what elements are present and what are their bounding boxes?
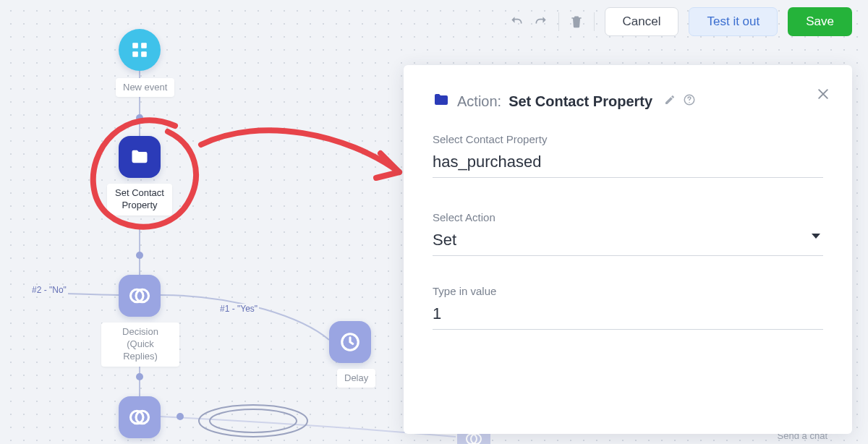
edge-label-no: #2 - "No": [30, 285, 68, 295]
decision-node[interactable]: [119, 275, 161, 317]
arrow-illustration: [195, 101, 420, 202]
action-properties-panel: Action: Set Contact Property Select Cont…: [404, 65, 852, 434]
toolbar-divider: [558, 12, 559, 31]
decision-node-2[interactable]: [119, 396, 161, 438]
trash-icon[interactable]: [569, 14, 584, 30]
chevron-down-icon: [812, 234, 820, 239]
connector-dot: [136, 114, 143, 121]
panel-title-prefix: Action:: [457, 93, 501, 110]
test-it-out-button[interactable]: Test it out: [689, 7, 778, 36]
set-contact-label: Set Contact Property: [107, 184, 172, 215]
folder-icon: [129, 147, 150, 167]
svg-rect-5: [132, 51, 138, 57]
decision-icon: [129, 406, 150, 428]
set-contact-node[interactable]: [119, 136, 161, 178]
decision-icon: [129, 285, 150, 307]
panel-header: Action: Set Contact Property: [433, 91, 823, 111]
contact-property-input[interactable]: [433, 145, 823, 178]
connector-dot: [136, 252, 143, 259]
connector-dot: [136, 373, 143, 380]
value-input[interactable]: [433, 297, 823, 330]
cancel-button[interactable]: Cancel: [605, 7, 679, 36]
delay-node[interactable]: [329, 321, 371, 363]
grid-apps-icon: [130, 40, 149, 59]
contact-property-label: Select Contact Property: [433, 133, 823, 145]
edge-label-yes: #1 - "Yes": [218, 304, 259, 314]
toolbar-divider: [594, 12, 595, 31]
panel-title-name: Set Contact Property: [509, 93, 652, 110]
new-event-label: New event: [116, 78, 174, 97]
select-action-dropdown[interactable]: Set: [433, 223, 823, 256]
new-event-node[interactable]: [119, 29, 161, 71]
clock-icon: [339, 331, 361, 353]
type-in-value-label: Type in value: [433, 285, 823, 297]
select-action-label: Select Action: [433, 211, 823, 223]
svg-point-15: [210, 409, 297, 432]
close-icon[interactable]: [816, 87, 830, 104]
top-toolbar: Cancel Test it out Save: [509, 7, 852, 36]
help-icon[interactable]: [683, 93, 696, 109]
delay-label: Delay: [337, 369, 375, 388]
folder-icon: [433, 91, 450, 111]
undo-icon[interactable]: [509, 14, 524, 29]
edit-icon[interactable]: [664, 94, 676, 108]
decision-label: Decision (Quick Replies): [101, 323, 179, 367]
svg-rect-3: [132, 43, 138, 48]
svg-rect-6: [141, 51, 147, 57]
svg-point-14: [199, 405, 307, 437]
save-button[interactable]: Save: [788, 7, 852, 36]
redo-icon[interactable]: [534, 14, 548, 29]
svg-rect-4: [141, 43, 147, 48]
select-action-value: Set: [433, 231, 456, 249]
scribble-ellipse-illustration: [195, 401, 311, 441]
connector-dot: [176, 413, 184, 420]
